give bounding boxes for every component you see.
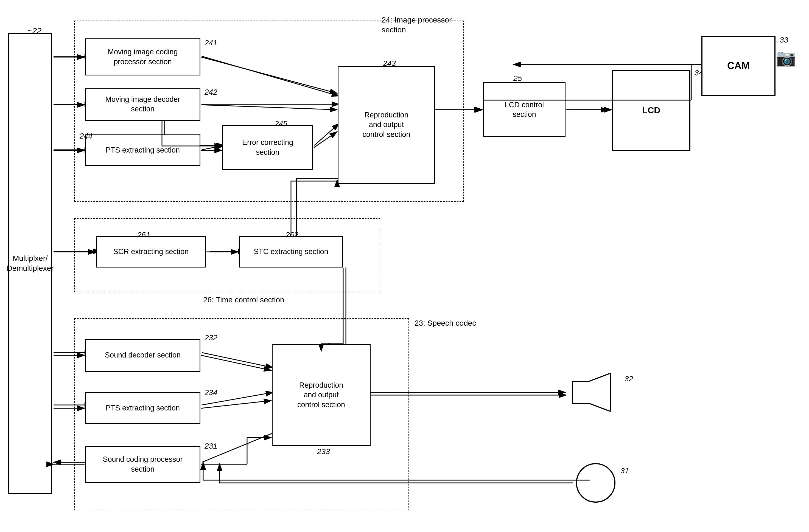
ref-245: 245: [275, 119, 288, 128]
stc-extracting-block: STC extracting section: [239, 236, 343, 267]
stc-extracting-label: STC extracting section: [254, 247, 328, 256]
cam-block: CAM: [701, 36, 775, 96]
speaker-icon: [567, 373, 622, 411]
reproduction-output-image-label: Reproductionand outputcontrol section: [362, 110, 410, 139]
sound-decoder-label: Sound decoder section: [105, 350, 180, 360]
ref-33: 33: [780, 36, 788, 45]
lcd-control-label: LCD controlsection: [505, 100, 544, 119]
pts-extracting-sound-block: PTS extracting section: [85, 392, 201, 424]
ref-244: 244: [80, 132, 92, 141]
ref-232: 232: [205, 333, 218, 342]
ref-243: 243: [383, 59, 396, 68]
svg-point-31: [576, 464, 615, 502]
ref-31: 31: [620, 466, 629, 475]
cam-label: CAM: [727, 59, 750, 72]
sound-decoder-block: Sound decoder section: [85, 339, 201, 372]
multiplexer-label: Multiplxer/Demultiplexer: [6, 253, 53, 273]
scr-extracting-label: SCR extracting section: [114, 247, 189, 256]
camera-icon: 📷: [775, 48, 796, 68]
pts-extracting-image-label: PTS extracting section: [106, 145, 180, 155]
multiplexer-block: Multiplxer/Demultiplexer: [8, 33, 52, 494]
ref-261: 261: [137, 230, 150, 239]
error-correcting-block: Error correctingsection: [222, 125, 313, 170]
moving-image-coding-label: Moving image codingprocessor section: [108, 47, 178, 66]
scr-extracting-block: SCR extracting section: [96, 236, 206, 267]
pts-extracting-sound-label: PTS extracting section: [106, 403, 180, 413]
lcd-label: LCD: [642, 105, 660, 116]
ref-25: 25: [513, 74, 522, 83]
ref-241: 241: [205, 38, 218, 47]
ref-231: 231: [205, 442, 218, 450]
reproduction-output-sound-label: Reproductionand outputcontrol section: [297, 380, 345, 409]
sound-coding-label: Sound coding processorsection: [103, 455, 183, 474]
ref-233: 233: [317, 447, 330, 456]
reproduction-output-image-block: Reproductionand outputcontrol section: [338, 66, 435, 184]
diagram: Multiplxer/Demultiplexer 24: Image proce…: [0, 0, 809, 532]
microphone-icon: [574, 461, 618, 505]
pts-extracting-image-block: PTS extracting section: [85, 135, 201, 166]
image-processor-label: 24: Image processorsection: [382, 15, 452, 35]
ref-242: 242: [205, 88, 218, 96]
moving-image-decoder-label: Moving image decodersection: [105, 95, 180, 114]
speech-codec-label: 23: Speech codec: [414, 318, 476, 328]
ref-262: 262: [286, 230, 298, 239]
lcd-block: LCD: [612, 70, 690, 151]
lcd-control-block: LCD controlsection: [483, 82, 566, 137]
moving-image-coding-block: Moving image codingprocessor section: [85, 38, 201, 75]
ref-22-label: ~22: [28, 26, 41, 35]
sound-coding-block: Sound coding processorsection: [85, 446, 201, 483]
reproduction-output-sound-block: Reproductionand outputcontrol section: [272, 344, 371, 446]
moving-image-decoder-block: Moving image decodersection: [85, 88, 201, 121]
ref-234: 234: [205, 388, 218, 397]
time-control-label: 26: Time control section: [203, 295, 285, 305]
svg-marker-30: [572, 373, 611, 411]
error-correcting-label: Error correctingsection: [242, 138, 293, 157]
ref-32: 32: [624, 374, 633, 383]
